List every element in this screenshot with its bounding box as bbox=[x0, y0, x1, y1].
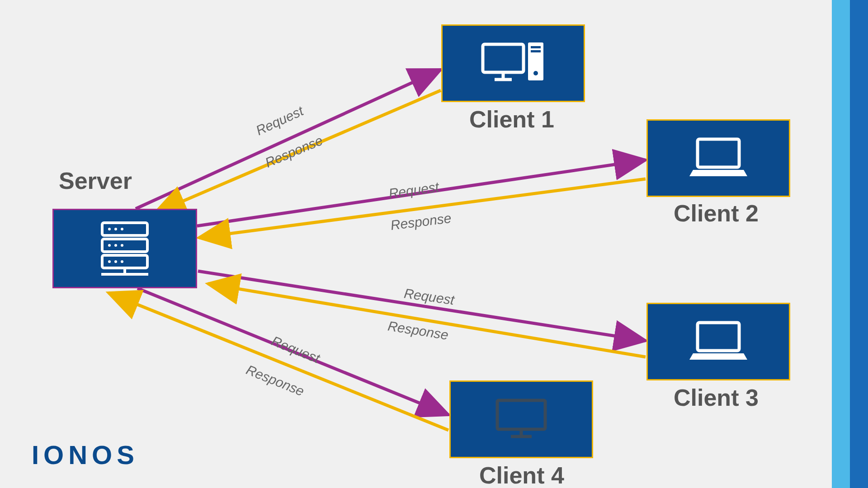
svg-rect-14 bbox=[483, 44, 524, 72]
client2-node bbox=[646, 119, 790, 197]
response-arrow-4 bbox=[108, 293, 448, 430]
monitor-icon bbox=[492, 396, 551, 443]
response-label-3: Response bbox=[387, 318, 449, 343]
desktop-tower-icon bbox=[479, 40, 547, 87]
laptop-icon bbox=[687, 318, 750, 365]
server-label: Server bbox=[59, 167, 132, 194]
svg-point-3 bbox=[121, 228, 123, 230]
request-label-3: Request bbox=[403, 286, 455, 308]
request-label-4: Request bbox=[269, 333, 322, 366]
server-node bbox=[52, 209, 197, 288]
request-label-2: Request bbox=[388, 179, 440, 202]
client1-label: Client 1 bbox=[469, 106, 554, 133]
server-rack-icon bbox=[98, 219, 152, 278]
diagram-canvas: Server Client 1 Client 2 Client 3 Client… bbox=[0, 0, 868, 488]
svg-point-2 bbox=[114, 228, 117, 230]
svg-point-1 bbox=[108, 228, 111, 230]
svg-rect-23 bbox=[497, 400, 545, 429]
svg-rect-21 bbox=[698, 139, 739, 167]
svg-rect-19 bbox=[531, 50, 541, 52]
response-label-4: Response bbox=[244, 362, 307, 399]
response-label-2: Response bbox=[390, 211, 452, 233]
svg-point-20 bbox=[533, 71, 538, 75]
client3-node bbox=[646, 303, 790, 380]
svg-point-7 bbox=[121, 244, 123, 247]
client4-node bbox=[449, 380, 593, 458]
svg-rect-22 bbox=[698, 323, 739, 351]
ionos-logo: IONOS bbox=[32, 440, 139, 470]
client2-label: Client 2 bbox=[674, 200, 759, 227]
side-accent-stripe bbox=[832, 0, 868, 488]
response-label-1: Response bbox=[263, 133, 325, 171]
svg-point-9 bbox=[108, 260, 111, 263]
request-label-1: Request bbox=[254, 103, 306, 138]
svg-point-10 bbox=[114, 260, 117, 263]
svg-point-5 bbox=[108, 244, 111, 247]
client1-node bbox=[441, 24, 585, 102]
client3-label: Client 3 bbox=[674, 384, 759, 411]
svg-point-11 bbox=[121, 260, 123, 263]
svg-point-6 bbox=[114, 244, 117, 247]
client4-label: Client 4 bbox=[479, 462, 564, 488]
laptop-icon bbox=[687, 135, 750, 182]
svg-rect-18 bbox=[531, 46, 541, 48]
